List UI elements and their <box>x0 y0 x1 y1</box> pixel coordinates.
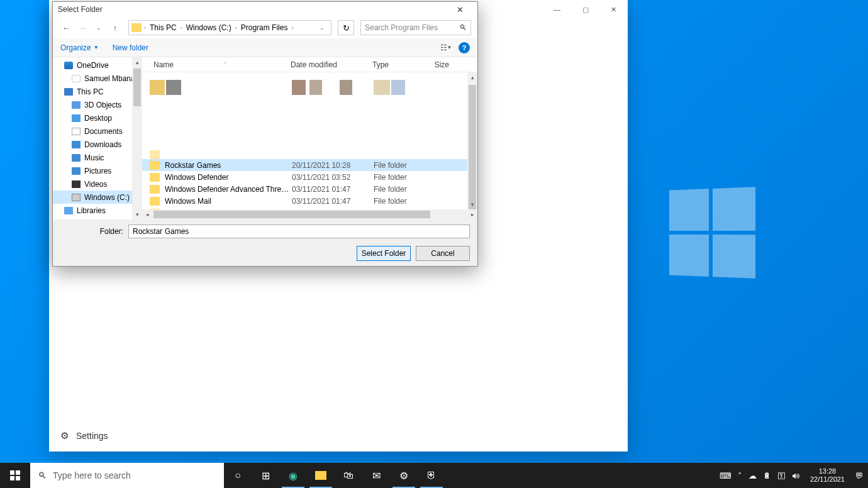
file-type: File folder <box>374 197 433 206</box>
refresh-button[interactable]: ↻ <box>338 20 354 35</box>
breadcrumb-folder[interactable]: Program Files <box>237 23 292 32</box>
wifi-icon[interactable]: ⚿ <box>777 471 786 480</box>
filelist-scrollbar-h[interactable]: ◂▸ <box>142 209 477 219</box>
edge-icon[interactable]: ◉ <box>279 463 307 488</box>
breadcrumb-dropdown[interactable]: ⌄ <box>316 25 328 31</box>
folder-icon <box>150 197 160 206</box>
file-name: Windows Defender <box>165 173 292 182</box>
tree-item[interactable]: Windows (C:) <box>53 191 142 204</box>
folder-icon <box>131 23 142 32</box>
tree-item[interactable]: OneDrive <box>53 58 142 72</box>
tree-item[interactable]: 3D Objects <box>53 98 142 111</box>
tree-item-label: Windows (C:) <box>84 193 130 202</box>
tree-item-label: Music <box>84 153 104 162</box>
back-button[interactable]: ← <box>59 21 73 35</box>
tree-item-icon <box>64 62 73 69</box>
volume-icon[interactable]: 🔊︎ <box>792 471 800 480</box>
dialog-titlebar[interactable]: Select Folder ✕ <box>53 2 477 17</box>
tree-item-label: Desktop <box>84 114 112 123</box>
breadcrumb-drive[interactable]: Windows (C:) <box>182 23 235 32</box>
search-placeholder: Type here to search <box>53 470 131 480</box>
tree-item-icon <box>72 101 81 109</box>
tree-item-icon <box>72 141 81 148</box>
tree-item-icon <box>72 75 81 82</box>
close-button[interactable]: ✕ <box>599 0 628 19</box>
tree-item-icon <box>72 180 81 188</box>
file-row-partial[interactable] <box>142 150 477 159</box>
taskbar-clock[interactable]: 13:28 22/11/2021 <box>806 467 849 484</box>
close-icon[interactable]: ✕ <box>447 5 472 14</box>
new-folder-button[interactable]: New folder <box>113 43 148 52</box>
minimize-button[interactable]: — <box>543 0 571 19</box>
file-row[interactable]: Windows Media Player03/11/2021 01:47File… <box>142 207 477 209</box>
search-input[interactable]: Search Program Files 🔍︎ <box>360 20 471 35</box>
filelist-scrollbar-v[interactable]: ▴ ▾ <box>467 72 477 209</box>
keyboard-icon[interactable]: ⌨ <box>720 471 732 480</box>
cancel-button[interactable]: Cancel <box>416 246 470 261</box>
mail-icon[interactable]: ✉ <box>362 463 390 488</box>
start-button[interactable] <box>0 463 30 488</box>
tree-item-icon <box>72 128 81 135</box>
file-row[interactable]: Windows Defender03/11/2021 03:52File fol… <box>142 171 477 183</box>
file-type: File folder <box>374 185 433 194</box>
file-row[interactable]: Windows Defender Advanced Threat Pro...0… <box>142 183 477 195</box>
tree-item[interactable]: Documents <box>53 125 142 138</box>
up-button[interactable]: ↑ <box>108 21 122 35</box>
tree-item[interactable]: Downloads <box>53 138 142 151</box>
tree-item[interactable]: Pictures <box>53 164 142 177</box>
security-icon[interactable]: ⛨ <box>418 463 445 488</box>
tree-item[interactable]: Samuel Mbanasc <box>53 72 142 85</box>
column-type[interactable]: Type <box>369 60 428 69</box>
search-placeholder: Search Program Files <box>365 23 438 32</box>
recent-dropdown[interactable]: ⌄ <box>92 21 106 35</box>
chevron-up-icon[interactable]: ˄ <box>738 471 742 480</box>
column-date[interactable]: Date modified <box>287 60 369 69</box>
file-name: Windows Mail <box>165 197 292 206</box>
tree-item[interactable]: Desktop <box>53 111 142 125</box>
column-size[interactable]: Size <box>428 60 453 69</box>
tree-item-label: OneDrive <box>77 61 109 70</box>
file-date: 03/11/2021 01:47 <box>292 185 374 194</box>
folder-icon <box>150 173 160 182</box>
file-explorer-icon[interactable] <box>307 463 335 488</box>
folder-input[interactable] <box>128 225 470 238</box>
settings-footer[interactable]: ⚙ Settings <box>60 430 108 441</box>
view-options-button[interactable]: ☷ ▼ <box>438 42 453 53</box>
notifications-icon[interactable]: 💬︎ <box>855 471 863 480</box>
tree-item[interactable]: Videos <box>53 177 142 191</box>
organize-menu[interactable]: Organize▼ <box>60 43 99 52</box>
select-folder-button[interactable]: Select Folder <box>357 246 411 261</box>
battery-icon[interactable]: 🔋︎ <box>763 471 771 480</box>
column-name[interactable]: Name˄ <box>150 60 287 69</box>
tree-item-icon <box>64 88 73 96</box>
taskbar-search[interactable]: 🔍︎ Type here to search <box>30 463 224 488</box>
forward-button[interactable]: → <box>75 21 89 35</box>
tree-item[interactable]: Libraries <box>53 204 142 217</box>
file-type: File folder <box>374 173 433 182</box>
file-list-header: Name˄ Date modified Type Size <box>142 57 477 72</box>
tree-item[interactable]: This PC <box>53 85 142 98</box>
file-date: 03/11/2021 01:47 <box>292 197 374 206</box>
maximize-button[interactable]: ▢ <box>571 0 599 19</box>
folder-icon <box>150 161 160 170</box>
breadcrumb-thispc[interactable]: This PC <box>146 23 181 32</box>
tree-item-label: Documents <box>84 127 123 136</box>
tree-item[interactable]: Music <box>53 151 142 164</box>
svg-rect-3 <box>16 476 20 480</box>
onedrive-tray-icon[interactable]: ☁ <box>748 471 757 480</box>
settings-window-controls: — ▢ ✕ <box>543 0 628 19</box>
cortana-icon[interactable]: ○ <box>224 463 252 488</box>
tree-item-label: This PC <box>77 87 104 96</box>
tree-scrollbar[interactable]: ▴ ▾ <box>132 57 142 219</box>
task-view-icon[interactable]: ⊞ <box>252 463 279 488</box>
breadcrumb[interactable]: › This PC › Windows (C:) › Program Files… <box>128 20 331 35</box>
dialog-title: Select Folder <box>58 5 447 14</box>
file-row[interactable]: Windows Mail03/11/2021 01:47File folder <box>142 195 477 207</box>
taskbar: 🔍︎ Type here to search ○ ⊞ ◉ 🛍︎ ✉ ⚙ ⛨ ⌨ … <box>0 463 868 488</box>
help-icon[interactable]: ? <box>459 42 470 53</box>
settings-taskbar-icon[interactable]: ⚙ <box>390 463 418 488</box>
svg-rect-0 <box>10 470 14 475</box>
tree-item-icon <box>72 154 81 162</box>
store-icon[interactable]: 🛍︎ <box>335 463 362 488</box>
file-row[interactable]: Rockstar Games20/11/2021 10:28File folde… <box>142 159 477 171</box>
